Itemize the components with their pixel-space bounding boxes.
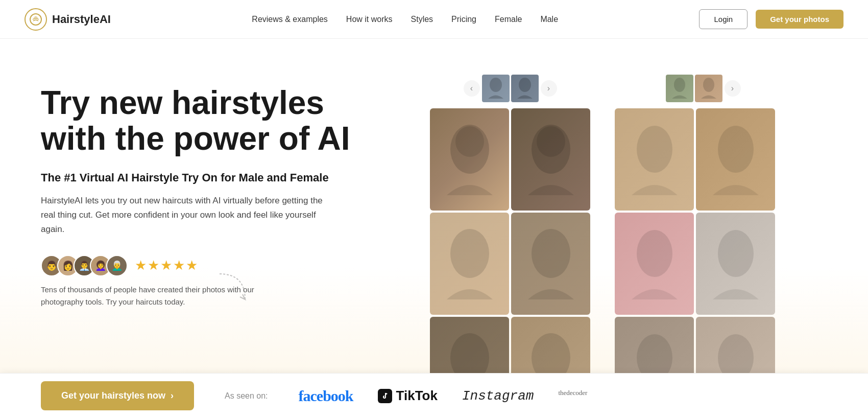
svg-point-13 <box>637 126 672 173</box>
female-photo-column: › <box>615 75 775 418</box>
male-column-header: ‹ › <box>430 75 590 102</box>
navigation: HairstyleAI Reviews & examples How it wo… <box>0 0 868 39</box>
female-before-photo <box>666 75 693 102</box>
female-photo-grid <box>615 108 775 418</box>
social-logos: facebook TikTok Instagram thedecoder <box>299 387 827 405</box>
female-header-photos <box>666 75 722 102</box>
male-photo-column: ‹ › <box>430 75 590 418</box>
svg-point-16 <box>718 230 754 277</box>
instagram-logo: Instagram <box>462 388 534 404</box>
social-proof-avatars: 👨 👩 👨‍💼 👩‍🦱 👨‍🦳 ★★★★★ <box>41 255 357 276</box>
male-before-photo <box>482 75 510 102</box>
svg-point-12 <box>703 78 714 92</box>
hero-subtitle: The #1 Virtual AI Hairstyle Try On for M… <box>41 171 357 184</box>
male-photo-grid <box>430 108 590 418</box>
male-photo-2 <box>511 108 590 211</box>
male-after-photo <box>511 75 539 102</box>
avatar-row: 👨 👩 👨‍💼 👩‍🦱 👨‍🦳 <box>41 255 128 276</box>
svg-point-14 <box>718 126 754 173</box>
bottom-bar: Get your hairstyles now › As seen on: fa… <box>0 373 868 418</box>
female-photo-1 <box>615 108 694 211</box>
logo-icon <box>25 8 47 31</box>
nav-links: Reviews & examples How it works Styles P… <box>252 15 558 24</box>
male-photo-3 <box>430 213 509 315</box>
as-seen-on-label: As seen on: <box>225 391 268 401</box>
svg-point-7 <box>450 229 489 278</box>
svg-point-0 <box>30 14 41 25</box>
female-column-header: › <box>615 75 775 102</box>
svg-point-8 <box>532 229 570 278</box>
female-photo-3 <box>615 213 694 315</box>
hero-photo-grids: ‹ › <box>378 75 827 418</box>
nav-reviews[interactable]: Reviews & examples <box>252 15 328 24</box>
hero-content: Try new hairstyles with the power of AI … <box>41 75 357 308</box>
svg-point-11 <box>674 78 685 92</box>
logo[interactable]: HairstyleAI <box>25 8 111 31</box>
nav-actions: Login Get your photos <box>699 9 843 29</box>
decoder-logo: thedecoder <box>558 389 587 403</box>
facebook-logo: facebook <box>299 387 353 405</box>
svg-point-6 <box>537 126 565 157</box>
female-after-photo <box>695 75 722 102</box>
next-male-button[interactable]: › <box>541 80 557 97</box>
svg-point-15 <box>637 230 672 277</box>
logo-text: HairstyleAI <box>52 13 111 26</box>
decorative-arrow <box>214 269 255 310</box>
next-female-button[interactable]: › <box>725 80 741 97</box>
nav-pricing[interactable]: Pricing <box>451 15 476 24</box>
hero-section: Try new hairstyles with the power of AI … <box>0 39 868 418</box>
male-header-photos <box>482 75 539 102</box>
female-photo-2 <box>696 108 775 211</box>
nav-how-it-works[interactable]: How it works <box>346 15 393 24</box>
svg-point-1 <box>490 78 502 92</box>
female-photo-4 <box>696 213 775 315</box>
star-rating: ★★★★★ <box>135 258 199 273</box>
tiktok-label: TikTok <box>396 388 438 404</box>
nav-female[interactable]: Female <box>495 15 522 24</box>
svg-point-4 <box>455 126 484 157</box>
tiktok-icon <box>378 389 392 403</box>
hero-title: Try new hairstyles with the power of AI <box>41 85 357 157</box>
avatar: 👨‍🦳 <box>106 255 128 276</box>
prev-male-button[interactable]: ‹ <box>464 80 480 97</box>
login-button[interactable]: Login <box>699 9 748 29</box>
tiktok-logo: TikTok <box>378 388 438 404</box>
male-photo-4 <box>511 213 590 315</box>
male-photo-1 <box>430 108 509 211</box>
nav-styles[interactable]: Styles <box>411 15 433 24</box>
hero-description: HairstyleAI lets you try out new haircut… <box>41 194 337 237</box>
nav-male[interactable]: Male <box>540 15 558 24</box>
get-photos-button[interactable]: Get your photos <box>756 10 843 29</box>
svg-point-2 <box>519 78 531 92</box>
get-hairstyles-button[interactable]: Get your hairstyles now › <box>41 381 194 410</box>
